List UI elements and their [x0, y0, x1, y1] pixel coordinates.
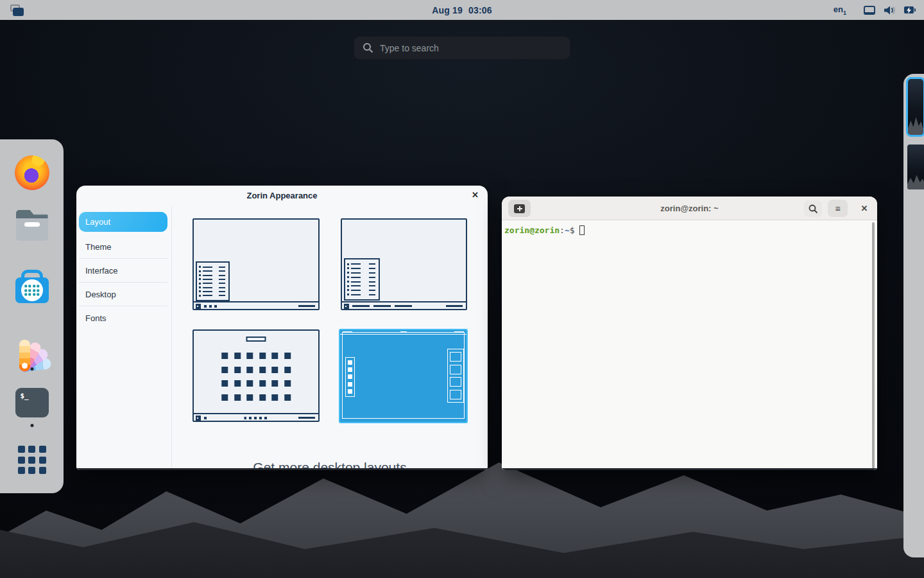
prompt-user-host: zorin@zorin	[504, 225, 560, 235]
close-icon[interactable]: ✕	[859, 202, 870, 214]
layout-preview-taskbar	[194, 301, 318, 309]
running-indicator	[30, 367, 33, 371]
layout-option-4-selected[interactable]	[339, 329, 468, 423]
terminal-cursor	[579, 225, 585, 235]
workspace-switcher	[903, 74, 924, 557]
layout-preview-taskbar	[342, 301, 466, 309]
sidebar-item-interface[interactable]: Interface	[79, 259, 167, 283]
battery-icon[interactable]	[904, 6, 914, 13]
terminal-app-icon[interactable]: $_	[15, 388, 49, 417]
top-bar: Aug 19 03:06 en1	[0, 0, 924, 20]
clock-time: 03:06	[468, 5, 492, 15]
display-icon[interactable]	[864, 6, 875, 15]
sidebar-item-layout[interactable]: Layout	[79, 212, 167, 232]
layout-option-3[interactable]	[193, 329, 320, 422]
sidebar-divider	[171, 206, 172, 470]
terminal-scrollbar[interactable]	[872, 222, 875, 469]
system-tray: en1	[834, 0, 914, 20]
layout-preview-screen	[342, 332, 465, 419]
layout-preview-search	[246, 337, 266, 342]
terminal-header: zorin@zorin: ~ ≡ ✕	[502, 197, 877, 220]
prompt-path: ~	[565, 225, 570, 235]
clock-date: Aug 19	[432, 5, 463, 15]
files-app-icon[interactable]	[16, 214, 48, 241]
search-icon	[363, 42, 373, 53]
get-more-layouts-link[interactable]: Get more desktop layouts	[172, 460, 488, 470]
layout-option-2[interactable]	[341, 218, 467, 310]
sidebar-item-fonts[interactable]: Fonts	[79, 306, 167, 330]
hamburger-menu-button[interactable]: ≡	[828, 200, 848, 217]
volume-icon[interactable]	[884, 5, 896, 15]
terminal-window: zorin@zorin: ~ ≡ ✕ zorin@zorin:~$	[502, 197, 877, 470]
close-icon[interactable]: ✕	[472, 190, 479, 200]
layout-preview-topbar	[340, 330, 466, 335]
sidebar-item-desktop[interactable]: Desktop	[79, 283, 167, 306]
layout-option-1[interactable]	[193, 218, 320, 310]
clock[interactable]: Aug 19 03:06	[432, 0, 492, 20]
firefox-icon[interactable]	[15, 155, 49, 190]
search-bar[interactable]	[354, 37, 570, 59]
layout-preview-workspaces	[447, 349, 464, 403]
search-icon	[809, 204, 818, 214]
search-input[interactable]	[380, 43, 561, 53]
terminal-body[interactable]: zorin@zorin:~$	[502, 220, 877, 470]
terminal-search-button[interactable]	[804, 200, 822, 217]
dock: $_	[0, 139, 64, 493]
layout-preview-menu	[196, 261, 230, 301]
layout-preview-dock	[345, 357, 355, 397]
window-picker-icon[interactable]	[10, 4, 24, 16]
zorin-appearance-window: Zorin Appearance ✕ Layout Theme Interfac…	[76, 186, 488, 470]
workspace-thumbnail[interactable]	[907, 144, 924, 189]
running-indicator	[30, 424, 33, 427]
layout-preview-taskbar	[194, 413, 318, 421]
layout-preview-appgrid	[221, 353, 291, 401]
app-grid-icon[interactable]	[18, 446, 46, 474]
charging-bolt-icon	[906, 7, 912, 13]
window-title: Zorin Appearance	[76, 191, 488, 200]
workspace-thumbnail-active[interactable]	[906, 77, 924, 137]
keyboard-layout-indicator[interactable]: en1	[834, 4, 846, 16]
sidebar-item-theme[interactable]: Theme	[79, 235, 167, 259]
layout-preview-menu	[344, 258, 380, 301]
software-store-icon[interactable]	[15, 277, 49, 303]
appearance-sidebar: Layout Theme Interface Desktop Fonts	[79, 212, 167, 330]
